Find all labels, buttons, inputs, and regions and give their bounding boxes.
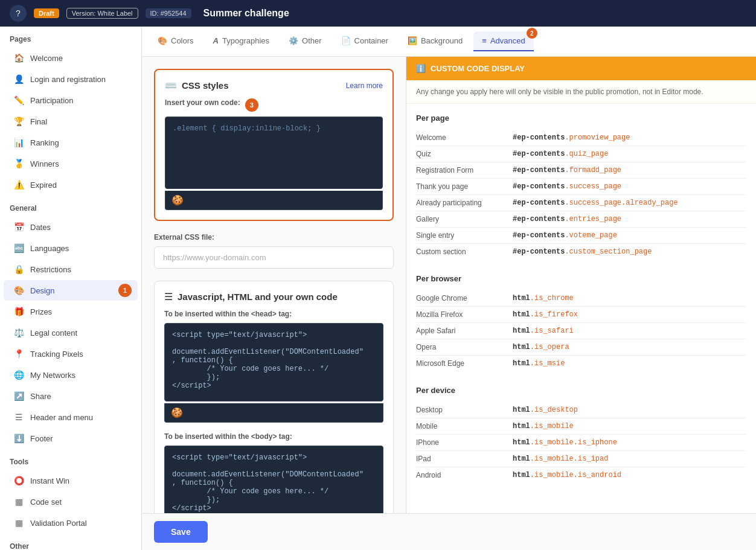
sidebar-item-ranking[interactable]: 📊 Ranking: [4, 132, 138, 153]
design-icon: 🎨: [13, 285, 24, 296]
body-code-input[interactable]: <script type="text/javascript"> document…: [164, 446, 383, 513]
background-icon: 🖼️: [408, 36, 417, 45]
ref-row-code: html.is_safari: [513, 327, 574, 335]
sidebar-item-footer[interactable]: ⬇️ Footer: [4, 428, 138, 449]
custom-code-header: ℹ️ CUSTOM CODE DISPLAY: [406, 57, 756, 80]
per-page-title: Per page: [416, 114, 746, 123]
external-css-label: External CSS file:: [154, 233, 394, 241]
sidebar-item-validation[interactable]: ▦ Validation Portal: [4, 513, 138, 533]
container-icon: 📄: [341, 36, 351, 45]
sidebar-item-header[interactable]: ☰ Header and menu: [4, 407, 138, 427]
tab-typographies[interactable]: A Typographies: [205, 31, 278, 51]
advanced-icon: ≡: [482, 36, 487, 45]
ref-row: IPhone html.is_mobile.is_iphone: [416, 435, 746, 451]
sidebar-item-label: Tracking Pixels: [30, 350, 83, 359]
sidebar-item-label: Dates: [30, 223, 51, 232]
tab-label: Colors: [171, 36, 194, 45]
insert-badge: 3: [245, 98, 258, 112]
tab-other[interactable]: ⚙️ Other: [280, 31, 330, 51]
sidebar-item-restrictions[interactable]: 🔒 Restrictions: [4, 259, 138, 280]
sidebar-item-final[interactable]: 🏆 Final: [4, 111, 138, 132]
sidebar-item-welcome[interactable]: 🏠 Welcome: [4, 48, 138, 68]
sidebar-item-networks[interactable]: 🌐 My Networks: [4, 365, 138, 385]
sidebar-item-participation[interactable]: ✏️ Participation: [4, 90, 138, 110]
share-icon: ↗️: [13, 391, 24, 401]
custom-code-title: CUSTOM CODE DISPLAY: [431, 64, 525, 73]
sidebar-item-expired[interactable]: ⚠️ Expired: [4, 174, 138, 195]
ref-row: Microsoft Edge html.is_msie: [416, 356, 746, 371]
ref-row: Gallery #ep-contents.entries_page: [416, 211, 746, 228]
tab-container[interactable]: 📄 Container: [333, 31, 397, 51]
sidebar-item-login[interactable]: 👤 Login and registration: [4, 69, 138, 89]
tab-colors[interactable]: 🎨 Colors: [149, 31, 202, 51]
prizes-icon: 🎁: [13, 306, 24, 317]
ref-row: Thank you page #ep-contents.success_page: [416, 179, 746, 195]
ref-row: Already participating #ep-contents.succe…: [416, 195, 746, 211]
sidebar-item-code-set[interactable]: ▦ Code set: [4, 491, 138, 512]
ref-row-code: #ep-contents.voteme_page: [513, 231, 617, 240]
external-css-input[interactable]: [154, 246, 394, 269]
welcome-icon: 🏠: [13, 53, 24, 63]
colors-icon: 🎨: [158, 36, 167, 45]
sidebar-item-winners[interactable]: 🥇 Winners: [4, 153, 138, 174]
css-code-input[interactable]: [165, 117, 383, 189]
sidebar-item-prizes[interactable]: 🎁 Prizes: [4, 301, 138, 322]
ref-row-code: html.is_msie: [513, 359, 565, 368]
ref-row-code: html.is_firefox: [513, 310, 578, 319]
sidebar-item-label: Participation: [30, 96, 74, 105]
sidebar-item-label: Code set: [30, 497, 62, 507]
ref-row-code: #ep-contents.entries_page: [513, 215, 621, 223]
sidebar-item-instant-win[interactable]: ⭕ Instant Win: [4, 470, 138, 491]
other-icon: ⚙️: [289, 36, 298, 45]
css-cookie-bar: 🍪: [165, 191, 383, 210]
css-section-header: ⌨️ CSS styles Learn more: [165, 80, 383, 91]
logo-icon: ?: [16, 8, 21, 18]
sidebar-item-label: Restrictions: [30, 265, 71, 274]
save-button[interactable]: Save: [154, 521, 208, 543]
js-section: ☰ Javascript, HTML and your own code To …: [154, 281, 394, 513]
sidebar-item-label: Welcome: [30, 54, 63, 63]
info-icon: ℹ️: [416, 64, 426, 73]
tab-background[interactable]: 🖼️ Background: [399, 31, 471, 51]
sidebar-item-label: Validation Portal: [30, 519, 87, 528]
sidebar-item-label: Header and menu: [30, 413, 93, 422]
ref-row-label: Custom section: [416, 248, 513, 256]
ref-row-code: html.is_desktop: [513, 406, 578, 414]
sidebar: Pages 🏠 Welcome 👤 Login and registration…: [0, 27, 142, 550]
ref-row-code: #ep-contents.quiz_page: [513, 150, 608, 158]
sidebar-item-legal[interactable]: ⚖️ Legal content: [4, 322, 138, 343]
ref-row: Opera html.is_opera: [416, 339, 746, 356]
body-label: To be inserted within the <body> tag:: [164, 432, 383, 441]
sidebar-item-share[interactable]: ↗️ Share: [4, 386, 138, 406]
ref-row-label: Apple Safari: [416, 327, 513, 335]
ref-row-label: Gallery: [416, 215, 513, 223]
ref-row-code: #ep-contents.success_page: [513, 182, 621, 191]
content-area: 🎨 Colors A Typographies ⚙️ Other 📄 Conta…: [142, 27, 756, 550]
tab-label: Other: [302, 36, 322, 45]
ref-row: Android html.is_mobile.is_android: [416, 467, 746, 483]
winners-icon: 🥇: [13, 158, 24, 169]
ref-row-code: html.is_mobile.is_iphone: [513, 438, 617, 447]
ref-row-label: Mozilla Firefox: [416, 310, 513, 319]
legal-icon: ⚖️: [13, 327, 24, 338]
networks-icon: 🌐: [13, 369, 24, 380]
insert-code-label: Insert your own code:: [165, 98, 240, 107]
login-icon: 👤: [13, 74, 24, 85]
ref-row: Single entry #ep-contents.voteme_page: [416, 228, 746, 244]
ref-row: Mozilla Firefox html.is_firefox: [416, 307, 746, 323]
custom-code-info: Any change you apply here will only be v…: [406, 80, 756, 104]
sidebar-item-languages[interactable]: 🔤 Languages: [4, 238, 138, 258]
sidebar-item-dates[interactable]: 📅 Dates: [4, 217, 138, 237]
sidebar-item-label: Ranking: [30, 138, 59, 147]
ref-row-label: Registration Form: [416, 166, 513, 174]
tab-advanced[interactable]: ≡ Advanced 2: [473, 31, 533, 51]
head-code-input[interactable]: <script type="text/javascript"> document…: [164, 323, 383, 401]
ref-row-label: Microsoft Edge: [416, 359, 513, 368]
sidebar-item-tracking[interactable]: 📍 Tracking Pixels: [4, 344, 138, 364]
ref-row: Desktop html.is_desktop: [416, 402, 746, 418]
sidebar-item-design[interactable]: 🎨 Design 1: [4, 280, 138, 301]
sidebar-item-label: Design: [30, 286, 54, 295]
ref-row-label: Welcome: [416, 133, 513, 142]
learn-more-link[interactable]: Learn more: [346, 82, 383, 90]
languages-icon: 🔤: [13, 243, 24, 254]
